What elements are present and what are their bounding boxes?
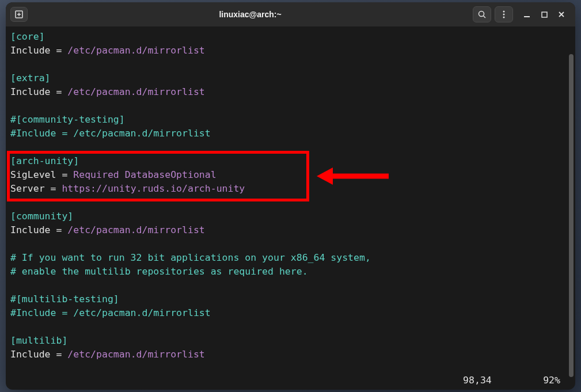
menu-button[interactable]	[495, 6, 513, 22]
include-key: Include	[10, 45, 51, 56]
svg-rect-6	[542, 12, 547, 17]
path-value: /etc/pacman.d/mirrorlist	[67, 86, 204, 97]
equals: =	[51, 86, 68, 97]
svg-point-4	[503, 17, 505, 18]
include-key: Include	[10, 224, 51, 235]
section-header-extra: [extra]	[10, 73, 51, 83]
scroll-percent: 92%	[543, 375, 560, 386]
comment-line: # If you want to run 32 bit applications…	[10, 252, 371, 263]
siglevel-value: Required DatabaseOptional	[73, 169, 216, 180]
svg-point-3	[503, 14, 505, 16]
server-value: https://unity.ruds.io/arch-unity	[62, 183, 245, 194]
svg-rect-5	[524, 16, 530, 17]
scrollbar[interactable]	[569, 54, 574, 377]
comment-line: #Include = /etc/pacman.d/mirrorlist	[10, 128, 211, 139]
terminal-window: linuxiac@arch:~ [core] Inclu	[6, 2, 575, 390]
new-tab-icon	[14, 10, 24, 19]
comment-line: #Include = /etc/pacman.d/mirrorlist	[10, 307, 211, 318]
equals: =	[45, 183, 62, 194]
svg-point-2	[503, 11, 505, 13]
comment-section-header: #[multilib-testing]	[10, 294, 119, 305]
titlebar: linuxiac@arch:~	[6, 2, 575, 26]
new-tab-button[interactable]	[10, 7, 28, 22]
include-key: Include	[10, 86, 51, 97]
section-header-arch-unity: [arch-unity]	[10, 155, 79, 166]
close-icon	[558, 11, 565, 18]
maximize-button[interactable]	[540, 10, 549, 19]
minimize-icon	[523, 11, 530, 18]
section-header-multilib: [multilib]	[10, 335, 67, 346]
path-value: /etc/pacman.d/mirrorlist	[67, 45, 204, 56]
include-key: Include	[10, 349, 51, 360]
search-button[interactable]	[473, 6, 491, 22]
siglevel-key: SigLevel	[10, 169, 56, 180]
search-icon	[477, 10, 487, 19]
server-key: Server	[10, 183, 45, 194]
menu-icon	[499, 10, 508, 19]
cursor-position: 98,34	[463, 375, 492, 386]
titlebar-left	[10, 7, 28, 22]
path-value: /etc/pacman.d/mirrorlist	[67, 224, 204, 235]
path-value: /etc/pacman.d/mirrorlist	[67, 349, 204, 360]
section-header-core: [core]	[10, 31, 45, 42]
equals: =	[51, 45, 68, 56]
equals: =	[51, 349, 68, 360]
maximize-icon	[541, 12, 548, 18]
window-controls	[522, 10, 566, 19]
window-title: linuxiac@arch:~	[32, 10, 468, 19]
equals: =	[51, 224, 68, 235]
terminal-content[interactable]: [core] Include = /etc/pacman.d/mirrorlis…	[6, 26, 575, 390]
section-header-community: [community]	[10, 211, 73, 222]
minimize-button[interactable]	[522, 10, 531, 19]
comment-line: # enable the multilib repositories as re…	[10, 266, 308, 277]
comment-section-header: #[community-testing]	[10, 114, 125, 125]
svg-point-1	[479, 12, 484, 17]
titlebar-right	[473, 6, 571, 22]
close-button[interactable]	[557, 10, 566, 19]
equals: =	[56, 169, 73, 180]
vim-status-line: 98,34 92%	[463, 374, 560, 387]
